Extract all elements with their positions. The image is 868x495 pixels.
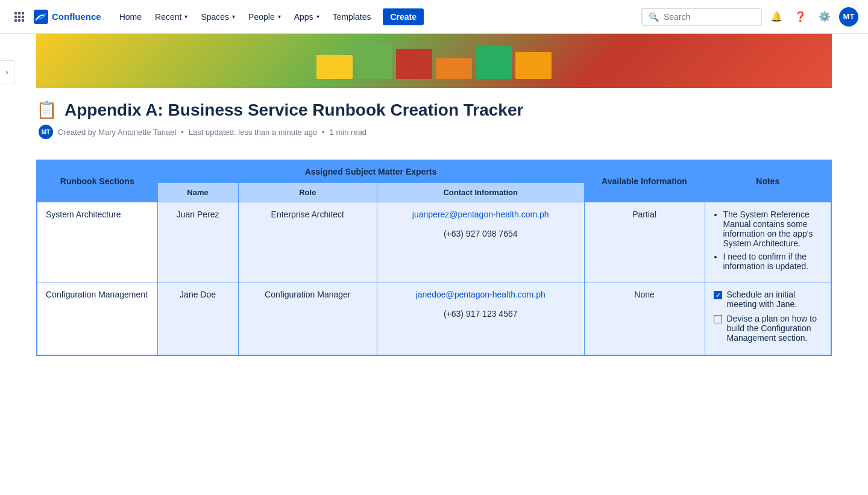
notes-list-item: The System Reference Manual contains som… xyxy=(723,210,823,248)
notes-cell: ✓Schedule an initial meeting with Jane.D… xyxy=(705,282,831,356)
page-title-row: 📋 Appendix A: Business Service Runbook C… xyxy=(36,100,832,120)
notes-cell: The System Reference Manual contains som… xyxy=(705,202,831,282)
available-cell: None xyxy=(584,282,705,356)
top-navigation: Confluence Home Recent ▾ Spaces ▾ People… xyxy=(0,0,868,34)
block-6 xyxy=(515,52,552,79)
table-row: Configuration ManagementJane DoeConfigur… xyxy=(37,282,831,356)
chevron-right-icon: › xyxy=(6,68,8,76)
chevron-down-icon: ▾ xyxy=(278,13,281,20)
chevron-down-icon: ▾ xyxy=(184,13,187,20)
runbook-table-container: Runbook Sections Assigned Subject Matter… xyxy=(36,160,832,356)
nav-home[interactable]: Home xyxy=(113,8,148,25)
available-cell: Partial xyxy=(584,202,705,282)
hero-blocks xyxy=(310,37,558,85)
chevron-down-icon: ▾ xyxy=(316,13,319,20)
hero-image xyxy=(36,34,832,88)
page-title: Appendix A: Business Service Runbook Cre… xyxy=(64,101,523,120)
notifications-icon[interactable]: 🔔 xyxy=(767,7,786,26)
nav-right-controls: 🔍 Search 🔔 ❓ ⚙️ MT xyxy=(641,7,858,26)
col-name: Name xyxy=(157,183,238,202)
page-icon: 📋 xyxy=(36,100,57,120)
checkbox-label: Schedule an initial meeting with Jane. xyxy=(727,290,823,309)
svg-rect-6 xyxy=(14,19,17,22)
svg-rect-8 xyxy=(22,19,24,22)
nav-items: Home Recent ▾ Spaces ▾ People ▾ Apps ▾ T… xyxy=(113,8,641,25)
main-content: 📋 Appendix A: Business Service Runbook C… xyxy=(12,34,856,380)
search-placeholder: Search xyxy=(664,12,690,22)
created-by: Created by Mary Antonette Tanael xyxy=(58,128,176,137)
svg-rect-1 xyxy=(18,12,20,14)
table-body: System ArchitectureJuan PerezEnterprise … xyxy=(37,202,831,356)
notes-list-item: I need to confirm if the information is … xyxy=(723,252,823,271)
runbook-table: Runbook Sections Assigned Subject Matter… xyxy=(36,160,832,356)
read-time: 1 min read xyxy=(330,128,366,137)
checkbox-checked[interactable]: ✓ xyxy=(714,291,722,299)
block-3 xyxy=(396,49,432,79)
svg-rect-9 xyxy=(34,10,48,24)
svg-rect-4 xyxy=(18,16,20,18)
apps-grid-icon[interactable] xyxy=(10,7,29,26)
email-link[interactable]: janedoe@pentagon-health.com.ph xyxy=(416,290,546,299)
svg-rect-7 xyxy=(18,19,20,22)
chevron-down-icon: ▾ xyxy=(232,13,235,20)
author-avatar: MT xyxy=(39,125,53,139)
col-runbook-sections: Runbook Sections xyxy=(37,160,157,202)
col-role: Role xyxy=(238,183,377,202)
nav-people[interactable]: People ▾ xyxy=(242,8,287,25)
page-meta: MT Created by Mary Antonette Tanael • La… xyxy=(36,125,832,139)
contact-cell: janedoe@pentagon-health.com.ph(+63) 917 … xyxy=(377,282,584,356)
section-cell: System Architecture xyxy=(37,202,157,282)
checkbox-label: Devise a plan on how to build the Config… xyxy=(727,314,823,343)
nav-templates[interactable]: Templates xyxy=(327,8,377,25)
confluence-logo[interactable]: Confluence xyxy=(34,10,101,24)
page-header: 📋 Appendix A: Business Service Runbook C… xyxy=(36,88,832,145)
col-sme: Assigned Subject Matter Experts xyxy=(157,160,584,183)
search-icon: 🔍 xyxy=(649,12,659,22)
block-1 xyxy=(316,55,353,79)
user-avatar[interactable]: MT xyxy=(839,7,858,26)
block-2 xyxy=(356,43,392,79)
help-icon[interactable]: ❓ xyxy=(791,7,810,26)
settings-icon[interactable]: ⚙️ xyxy=(815,7,834,26)
col-available-information: Available Information xyxy=(584,160,705,202)
search-box[interactable]: 🔍 Search xyxy=(641,8,762,26)
checkbox-row: ✓Schedule an initial meeting with Jane. xyxy=(714,290,823,309)
meta-separator: • xyxy=(181,128,184,137)
checkbox-row: Devise a plan on how to build the Config… xyxy=(714,314,823,343)
nav-apps[interactable]: Apps ▾ xyxy=(288,8,326,25)
nav-recent[interactable]: Recent ▾ xyxy=(149,8,193,25)
table-row: System ArchitectureJuan PerezEnterprise … xyxy=(37,202,831,282)
email-link[interactable]: juanperez@pentagon-health.com.ph xyxy=(412,210,549,219)
confluence-logo-text: Confluence xyxy=(52,11,101,22)
nav-spaces[interactable]: Spaces ▾ xyxy=(195,8,241,25)
name-cell: Juan Perez xyxy=(157,202,238,282)
create-button[interactable]: Create xyxy=(383,8,424,25)
svg-rect-0 xyxy=(14,12,17,14)
name-cell: Jane Doe xyxy=(157,282,238,356)
sidebar-toggle-button[interactable]: › xyxy=(0,60,14,84)
contact-cell: juanperez@pentagon-health.com.ph(+63) 92… xyxy=(377,202,584,282)
role-cell: Configuration Manager xyxy=(238,282,377,356)
section-cell: Configuration Management xyxy=(37,282,157,356)
last-updated: Last updated: less than a minute ago xyxy=(189,128,317,137)
svg-rect-3 xyxy=(14,16,17,18)
meta-separator-2: • xyxy=(322,128,325,137)
col-notes: Notes xyxy=(705,160,831,202)
role-cell: Enterprise Architect xyxy=(238,202,377,282)
col-contact: Contact Information xyxy=(377,183,584,202)
svg-rect-5 xyxy=(22,16,24,18)
svg-rect-2 xyxy=(22,12,24,14)
checkbox-unchecked[interactable] xyxy=(714,315,722,323)
block-5 xyxy=(476,46,512,79)
block-4 xyxy=(436,58,472,79)
notes-list: The System Reference Manual contains som… xyxy=(714,210,823,271)
